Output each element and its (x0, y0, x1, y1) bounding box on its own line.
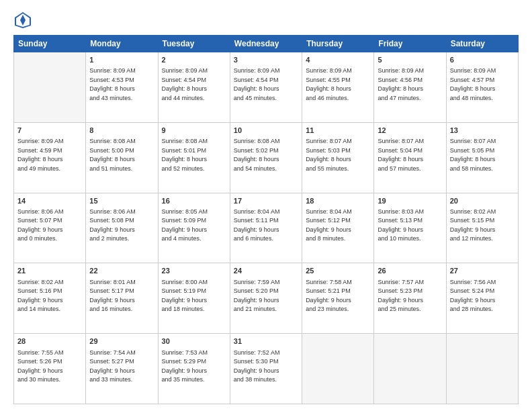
day-info: Sunrise: 8:09 AM Sunset: 4:53 PM Dayligh… (89, 66, 154, 103)
day-cell: 10Sunrise: 8:08 AM Sunset: 5:02 PM Dayli… (230, 122, 302, 193)
day-info: Sunrise: 7:54 AM Sunset: 5:27 PM Dayligh… (89, 349, 154, 385)
day-info: Sunrise: 7:59 AM Sunset: 5:20 PM Dayligh… (234, 278, 298, 314)
day-number: 9 (162, 126, 226, 136)
day-info: Sunrise: 8:09 AM Sunset: 4:54 PM Dayligh… (234, 66, 298, 103)
day-header-friday: Friday (374, 36, 446, 52)
day-number: 2 (162, 55, 226, 65)
day-info: Sunrise: 8:09 AM Sunset: 4:57 PM Dayligh… (450, 66, 515, 103)
day-info: Sunrise: 8:04 AM Sunset: 5:12 PM Dayligh… (306, 208, 370, 244)
day-info: Sunrise: 7:52 AM Sunset: 5:30 PM Dayligh… (234, 349, 298, 385)
day-cell: 14Sunrise: 8:06 AM Sunset: 5:07 PM Dayli… (14, 193, 86, 263)
week-row-2: 7Sunrise: 8:09 AM Sunset: 4:59 PM Daylig… (14, 122, 519, 193)
day-header-wednesday: Wednesday (230, 36, 302, 52)
day-cell: 11Sunrise: 8:07 AM Sunset: 5:03 PM Dayli… (302, 122, 374, 193)
day-info: Sunrise: 8:02 AM Sunset: 5:16 PM Dayligh… (17, 278, 82, 314)
day-number: 11 (306, 126, 370, 136)
week-row-3: 14Sunrise: 8:06 AM Sunset: 5:07 PM Dayli… (14, 193, 519, 263)
day-number: 12 (378, 126, 442, 136)
day-number: 1 (89, 55, 154, 65)
day-number: 15 (89, 196, 154, 206)
day-info: Sunrise: 8:07 AM Sunset: 5:05 PM Dayligh… (450, 137, 515, 173)
day-cell: 24Sunrise: 7:59 AM Sunset: 5:20 PM Dayli… (230, 263, 302, 334)
day-number: 18 (306, 196, 370, 206)
day-cell: 6Sunrise: 8:09 AM Sunset: 4:57 PM Daylig… (446, 52, 518, 123)
day-number: 7 (17, 126, 82, 136)
day-info: Sunrise: 8:09 AM Sunset: 4:59 PM Dayligh… (17, 137, 82, 173)
day-cell: 15Sunrise: 8:06 AM Sunset: 5:08 PM Dayli… (86, 193, 158, 263)
day-number: 24 (234, 266, 298, 276)
day-info: Sunrise: 7:57 AM Sunset: 5:23 PM Dayligh… (378, 278, 442, 314)
week-row-1: 1Sunrise: 8:09 AM Sunset: 4:53 PM Daylig… (14, 52, 519, 123)
day-number: 31 (234, 336, 298, 347)
day-info: Sunrise: 8:04 AM Sunset: 5:11 PM Dayligh… (234, 208, 298, 244)
logo (13, 11, 35, 30)
day-cell (446, 334, 518, 404)
day-info: Sunrise: 8:03 AM Sunset: 5:13 PM Dayligh… (378, 208, 442, 244)
day-number: 26 (378, 266, 442, 276)
day-info: Sunrise: 8:07 AM Sunset: 5:04 PM Dayligh… (378, 137, 442, 173)
day-info: Sunrise: 8:00 AM Sunset: 5:19 PM Dayligh… (162, 278, 226, 314)
day-number: 3 (234, 55, 298, 65)
day-number: 22 (89, 266, 154, 276)
day-cell: 8Sunrise: 8:08 AM Sunset: 5:00 PM Daylig… (86, 122, 158, 193)
day-cell: 19Sunrise: 8:03 AM Sunset: 5:13 PM Dayli… (374, 193, 446, 263)
day-number: 16 (162, 196, 226, 206)
day-cell: 18Sunrise: 8:04 AM Sunset: 5:12 PM Dayli… (302, 193, 374, 263)
day-info: Sunrise: 8:05 AM Sunset: 5:09 PM Dayligh… (162, 208, 226, 244)
day-number: 13 (450, 126, 515, 136)
day-cell (302, 334, 374, 404)
page: SundayMondayTuesdayWednesdayThursdayFrid… (0, 0, 532, 411)
header-row: SundayMondayTuesdayWednesdayThursdayFrid… (14, 36, 519, 52)
day-cell: 29Sunrise: 7:54 AM Sunset: 5:27 PM Dayli… (86, 334, 158, 404)
day-cell (14, 52, 86, 123)
day-cell: 12Sunrise: 8:07 AM Sunset: 5:04 PM Dayli… (374, 122, 446, 193)
day-cell: 22Sunrise: 8:01 AM Sunset: 5:17 PM Dayli… (86, 263, 158, 334)
day-number: 5 (378, 55, 442, 65)
day-cell: 3Sunrise: 8:09 AM Sunset: 4:54 PM Daylig… (230, 52, 302, 123)
day-number: 4 (306, 55, 370, 65)
day-info: Sunrise: 7:58 AM Sunset: 5:21 PM Dayligh… (306, 278, 370, 314)
day-cell: 2Sunrise: 8:09 AM Sunset: 4:54 PM Daylig… (158, 52, 230, 123)
day-number: 17 (234, 196, 298, 206)
day-info: Sunrise: 8:06 AM Sunset: 5:07 PM Dayligh… (17, 208, 82, 244)
day-info: Sunrise: 8:07 AM Sunset: 5:03 PM Dayligh… (306, 137, 370, 173)
day-number: 29 (89, 336, 154, 347)
day-cell: 5Sunrise: 8:09 AM Sunset: 4:56 PM Daylig… (374, 52, 446, 123)
day-number: 30 (162, 336, 226, 347)
day-number: 8 (89, 126, 154, 136)
day-number: 23 (162, 266, 226, 276)
day-cell: 9Sunrise: 8:08 AM Sunset: 5:01 PM Daylig… (158, 122, 230, 193)
day-info: Sunrise: 8:09 AM Sunset: 4:54 PM Dayligh… (162, 66, 226, 103)
day-info: Sunrise: 7:56 AM Sunset: 5:24 PM Dayligh… (450, 278, 515, 314)
day-header-sunday: Sunday (14, 36, 86, 52)
header (13, 11, 519, 30)
day-cell: 27Sunrise: 7:56 AM Sunset: 5:24 PM Dayli… (446, 263, 518, 334)
day-info: Sunrise: 8:06 AM Sunset: 5:08 PM Dayligh… (89, 208, 154, 244)
day-cell: 16Sunrise: 8:05 AM Sunset: 5:09 PM Dayli… (158, 193, 230, 263)
day-cell: 23Sunrise: 8:00 AM Sunset: 5:19 PM Dayli… (158, 263, 230, 334)
day-header-thursday: Thursday (302, 36, 374, 52)
day-number: 28 (17, 336, 82, 347)
day-info: Sunrise: 8:09 AM Sunset: 4:56 PM Dayligh… (378, 66, 442, 103)
day-cell: 25Sunrise: 7:58 AM Sunset: 5:21 PM Dayli… (302, 263, 374, 334)
day-cell: 21Sunrise: 8:02 AM Sunset: 5:16 PM Dayli… (14, 263, 86, 334)
day-cell: 30Sunrise: 7:53 AM Sunset: 5:29 PM Dayli… (158, 334, 230, 404)
day-cell: 26Sunrise: 7:57 AM Sunset: 5:23 PM Dayli… (374, 263, 446, 334)
day-header-tuesday: Tuesday (158, 36, 230, 52)
day-number: 6 (450, 55, 515, 65)
day-cell: 4Sunrise: 8:09 AM Sunset: 4:55 PM Daylig… (302, 52, 374, 123)
day-cell: 31Sunrise: 7:52 AM Sunset: 5:30 PM Dayli… (230, 334, 302, 404)
day-cell (374, 334, 446, 404)
day-header-saturday: Saturday (446, 36, 518, 52)
day-cell: 7Sunrise: 8:09 AM Sunset: 4:59 PM Daylig… (14, 122, 86, 193)
day-info: Sunrise: 7:55 AM Sunset: 5:26 PM Dayligh… (17, 349, 82, 385)
day-number: 20 (450, 196, 515, 206)
week-row-4: 21Sunrise: 8:02 AM Sunset: 5:16 PM Dayli… (14, 263, 519, 334)
day-info: Sunrise: 8:08 AM Sunset: 5:01 PM Dayligh… (162, 137, 226, 173)
calendar-table: SundayMondayTuesdayWednesdayThursdayFrid… (13, 35, 519, 404)
day-cell: 17Sunrise: 8:04 AM Sunset: 5:11 PM Dayli… (230, 193, 302, 263)
day-info: Sunrise: 8:09 AM Sunset: 4:55 PM Dayligh… (306, 66, 370, 103)
day-info: Sunrise: 8:08 AM Sunset: 5:00 PM Dayligh… (89, 137, 154, 173)
logo-icon (13, 11, 32, 30)
day-header-monday: Monday (86, 36, 158, 52)
